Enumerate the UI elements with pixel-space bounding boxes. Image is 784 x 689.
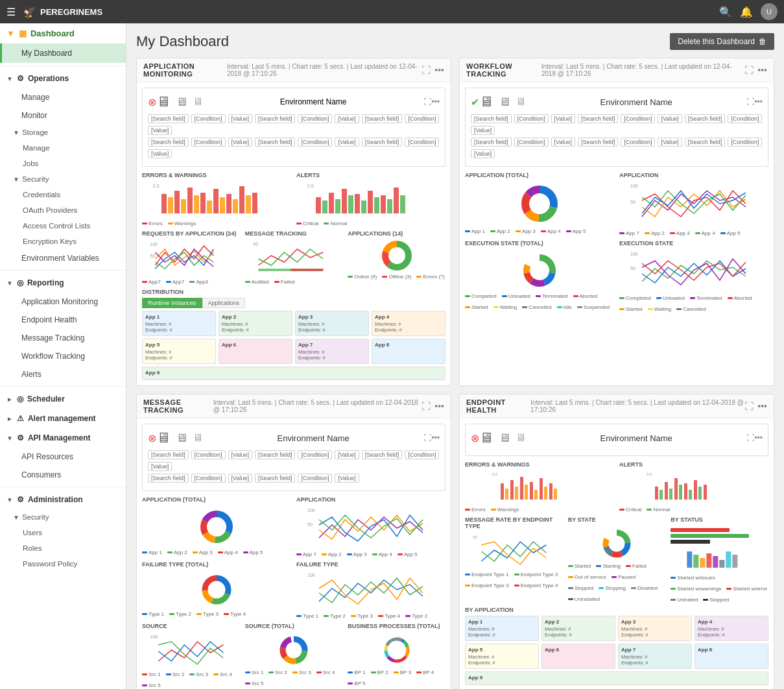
dist-cell-ep-app3: App 3 Machines: #Endpoints: # [618, 616, 692, 641]
sidebar-item-app-monitoring[interactable]: Application Monitoring [0, 293, 126, 311]
dist-cell-app6: App 6 [219, 339, 292, 364]
avatar[interactable]: U [761, 3, 778, 20]
expand-icon[interactable]: ⛶ [744, 65, 754, 75]
chart-label: BY APPLICATION [465, 607, 768, 613]
sidebar-item-credentials[interactable]: Credentials [0, 187, 126, 202]
monitor-icon: 🖥 [156, 429, 171, 446]
sidebar-item-password-policy[interactable]: Password Policy [0, 556, 126, 572]
svg-text:100: 100 [307, 573, 315, 577]
sidebar-item-users[interactable]: Users [0, 525, 126, 540]
chart-app-total-msg: APPLICATION (TOTAL) [142, 496, 291, 557]
chart-alerts-endpoint: ALERTS 0.5 [619, 461, 768, 513]
divider [0, 386, 126, 387]
monitor-icon-2: 🖥 [499, 431, 510, 445]
sidebar-item-storage-jobs[interactable]: Jobs [0, 156, 126, 171]
sidebar-item-manage[interactable]: Manage [0, 88, 126, 106]
expand-env-icon[interactable]: ⛶ [746, 433, 754, 442]
svg-rect-92 [530, 482, 533, 500]
svg-rect-7 [200, 193, 206, 213]
svg-text:0.5: 0.5 [492, 472, 498, 476]
sidebar-item-message-tracking[interactable]: Message Tracking [0, 329, 126, 347]
sidebar-item-oauth[interactable]: OAuth Providers [0, 202, 126, 218]
legend-msg-tracking: Audited Failed [245, 279, 343, 285]
dist-tab-runtime[interactable]: Runtime Instances [142, 298, 202, 308]
search-icon[interactable]: 🔍 [719, 6, 732, 18]
widget-endpoint-health: ENDPOINT HEALTH Interval: Last 5 mins. |… [459, 394, 774, 689]
dist-cell-ep-app8: App 8 [695, 644, 768, 669]
sidebar-item-storage-manage[interactable]: Manage [0, 140, 126, 156]
line-chart-msg-app: 100 50 [296, 505, 445, 548]
expand-icon[interactable]: ⛶ [744, 401, 754, 411]
expand-env-icon[interactable]: ⛶ [423, 433, 431, 442]
more-env-icon[interactable]: ••• [431, 97, 440, 106]
svg-rect-120 [707, 553, 712, 568]
more-env-icon[interactable]: ••• [431, 433, 440, 442]
more-icon[interactable]: ••• [434, 401, 444, 411]
sidebar-subsection-storage[interactable]: ▼ Storage [0, 125, 126, 140]
sidebar-section-api-mgmt[interactable]: ▼ ⚙ API Management [0, 428, 126, 448]
delete-dashboard-button[interactable]: Delete this Dashboard 🗑 [670, 33, 774, 50]
expand-env-icon[interactable]: ⛶ [746, 97, 754, 106]
more-env-icon[interactable]: ••• [754, 97, 763, 106]
svg-rect-11 [226, 194, 232, 213]
widget-header-workflow: WORKFLOW TRACKING Interval: Last 5 mins.… [460, 58, 774, 82]
svg-rect-99 [655, 487, 658, 500]
dist-tab-applications[interactable]: Applications [202, 298, 246, 308]
svg-text:50: 50 [253, 242, 258, 247]
reporting-icon: ◎ [17, 278, 23, 287]
sidebar-item-api-resources[interactable]: API Resources [0, 448, 126, 466]
donut-exec-total [520, 251, 559, 290]
bar-chart-errors-endpoint: 0.5 [465, 470, 614, 503]
widget-title-app-monitoring: APPLICATION MONITORING [143, 62, 227, 78]
svg-point-116 [610, 537, 623, 550]
sidebar-subsection-security[interactable]: ▼ Security [0, 171, 126, 187]
sidebar-item-consumers[interactable]: Consumers [0, 466, 126, 484]
svg-rect-89 [515, 487, 518, 500]
sidebar-section-reporting[interactable]: ▼ ◎ Reporting [0, 273, 126, 293]
api-mgmt-label: API Management [28, 433, 91, 442]
sidebar-section-administration[interactable]: ▼ ⚙ Administration [0, 490, 126, 509]
more-icon[interactable]: ••• [757, 65, 767, 75]
more-icon[interactable]: ••• [757, 401, 767, 411]
scheduler-label: Scheduler [27, 394, 65, 404]
sidebar-item-env-vars[interactable]: Environment Variables [0, 249, 126, 267]
gear-icon: ⚙ [17, 74, 24, 83]
sidebar-item-acl[interactable]: Access Control Lists [0, 218, 126, 234]
legend-msg-rate: Endpoint Type 1 Endpoint Type 2 Endpoint… [465, 572, 563, 588]
menu-icon[interactable]: ☰ [6, 6, 16, 18]
chart-requests: REQUESTS BY APPLICATION (24) 100 50 [142, 230, 240, 285]
sidebar-item-alerts[interactable]: Alerts [0, 365, 126, 383]
expand-icon[interactable]: ⛶ [422, 65, 431, 75]
sidebar-section-alert-mgmt[interactable]: ► ⚠ Alert management [0, 409, 126, 428]
sidebar-item-endpoint-health[interactable]: Endpoint Health [0, 311, 126, 329]
svg-text:100: 100 [307, 508, 315, 513]
filter-row-2: [Search field] [Condition] [Value] [Sear… [471, 138, 763, 158]
chart-wrapper: 0.3 [142, 181, 291, 219]
sidebar-subsection-admin-security[interactable]: ▼ Security [0, 509, 126, 525]
expand-env-icon[interactable]: ⛶ [423, 97, 431, 106]
more-icon[interactable]: ••• [434, 65, 444, 75]
sidebar-item-workflow-tracking[interactable]: Workflow Tracking [0, 347, 126, 365]
sidebar-dashboard-header[interactable]: ▼ ▦ Dashboard [0, 23, 126, 43]
svg-point-61 [209, 519, 224, 535]
svg-text:50: 50 [150, 254, 155, 258]
chart-bp-total: BUSINESS PROCESSES (TOTAL) [348, 623, 445, 688]
sidebar-item-roles[interactable]: Roles [0, 540, 126, 556]
expand-icon[interactable]: ⛶ [422, 401, 431, 411]
bar-chart-errors: 0.3 [142, 181, 291, 217]
bell-icon[interactable]: 🔔 [740, 6, 753, 18]
sidebar-item-monitor[interactable]: Monitor [0, 106, 126, 125]
widget-meta-endpoint: Interval: Last 5 mins. | Chart rate: 5 s… [530, 399, 744, 413]
sidebar-item-encryption[interactable]: Encryption Keys [0, 234, 126, 249]
chart-label: EXECUTION STATE (TOTAL) [465, 240, 614, 247]
env-section-endpoint: ⊗ 🖥 🖥 🖥 Environment Name ⛶ ••• [465, 424, 768, 456]
svg-rect-122 [720, 560, 725, 568]
svg-rect-12 [233, 199, 238, 213]
monitor-icon-3: 🖥 [516, 96, 526, 108]
chart-label: ALERTS [296, 172, 445, 178]
sidebar-section-operations[interactable]: ▼ ⚙ Operations [0, 69, 126, 88]
more-env-icon[interactable]: ••• [754, 433, 763, 442]
sidebar-item-my-dashboard[interactable]: My Dashboard [0, 43, 126, 63]
chevron-down-icon: ▼ [6, 75, 13, 82]
sidebar-section-scheduler[interactable]: ► ◎ Scheduler [0, 389, 126, 409]
